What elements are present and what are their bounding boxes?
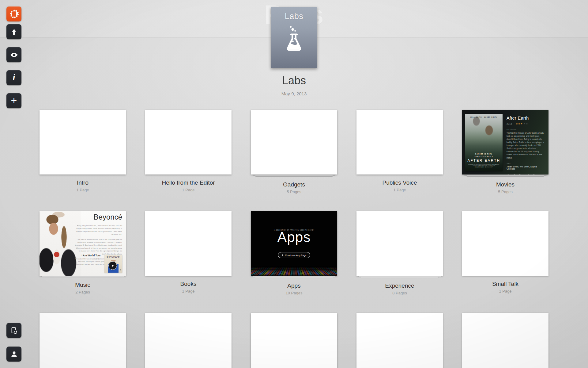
opinion-text: The first few minutes of 'After Earth' a… xyxy=(507,132,545,159)
play-button[interactable]: ▶ xyxy=(108,261,117,270)
section-card-books: Books 1 Page xyxy=(145,211,232,295)
section-thumbnail-experience[interactable] xyxy=(356,211,443,276)
section-title: Small Talk xyxy=(462,281,548,287)
section-thumbnail-books[interactable] xyxy=(145,211,232,276)
prss-library-screen: Prss i + xyxy=(0,0,588,368)
section-page-count: 1 Page xyxy=(462,289,548,293)
page-stack-edge xyxy=(255,175,333,176)
poster-release-date: 4 JUNI IN DE BIOSCOOP xyxy=(465,167,503,168)
section-title: Movies xyxy=(462,181,548,188)
page-stack-edge xyxy=(467,175,544,176)
section-title: Publics Voice xyxy=(356,179,443,186)
star-rating-filled: ★★★ xyxy=(516,122,523,125)
section-thumbnail-music[interactable]: Beyoncé Being a big Tarantino fan, I was… xyxy=(40,211,126,276)
publish-button[interactable] xyxy=(6,24,21,39)
sections-row-3 xyxy=(40,313,548,368)
star-rating-empty: ★★ xyxy=(523,122,528,125)
section-title: Intro xyxy=(40,179,126,186)
section-card-apps: A SELECTION OF APPS YOU NEED TO HAVE! Ap… xyxy=(251,211,337,295)
apple-icon xyxy=(119,266,121,272)
account-button[interactable] xyxy=(6,347,21,362)
preview-button[interactable] xyxy=(6,47,21,62)
publication-cover[interactable]: Labs xyxy=(271,7,317,68)
section-card xyxy=(40,313,126,368)
prss-logo-icon xyxy=(9,9,19,19)
section-page-count: 19 Pages xyxy=(251,291,337,295)
album-cover: BEYONCÉ ▶ xyxy=(104,255,122,273)
section-card-movies: WILL SMITH · JADEN SMITH DANGER IS REAL … xyxy=(462,110,548,194)
arrow-up-icon xyxy=(10,28,18,36)
device-sync-button[interactable] xyxy=(6,323,21,338)
movie-detail-panel: After Earth 2013 · ★★★ ★★ Our Opinion Th… xyxy=(507,116,545,174)
section-page-count: 1 Page xyxy=(40,188,126,192)
section-thumbnail[interactable] xyxy=(356,313,443,368)
opinion-label: Our Opinion xyxy=(507,128,545,130)
section-page-count: 2 Pages xyxy=(40,290,126,294)
section-page-count: 8 Pages xyxy=(356,291,443,295)
section-thumbnail-publics-voice[interactable] xyxy=(356,110,443,174)
cover-title: Labs xyxy=(271,12,317,21)
section-page-count: 5 Pages xyxy=(462,190,548,194)
section-thumbnail[interactable] xyxy=(40,313,126,368)
publication-title: Labs xyxy=(0,74,588,87)
section-page-count: 1 Page xyxy=(356,188,443,192)
device-sync-icon xyxy=(10,326,18,335)
app-icons-floor xyxy=(251,266,337,276)
section-thumbnail-intro[interactable] xyxy=(40,110,126,174)
section-thumbnail[interactable] xyxy=(462,313,548,368)
movie-meta: 2013 · ★★★ ★★ xyxy=(507,122,545,125)
play-icon: ▶ xyxy=(112,264,114,267)
section-page-count: 1 Page xyxy=(145,188,232,192)
section-title: Books xyxy=(145,281,232,287)
section-thumbnail-hello[interactable] xyxy=(145,110,232,174)
section-card-music: Beyoncé Being a big Tarantino fan, I was… xyxy=(40,211,126,295)
page-stack-edge xyxy=(42,276,124,277)
section-thumbnail-movies[interactable]: WILL SMITH · JADEN SMITH DANGER IS REAL … xyxy=(462,110,548,174)
prss-home-button[interactable] xyxy=(6,6,21,21)
eye-icon xyxy=(10,51,18,59)
music-page-title: Beyoncé xyxy=(94,213,122,221)
movie-year: 2013 xyxy=(507,122,512,125)
meta-separator: · xyxy=(514,123,514,125)
section-card-intro: Intro 1 Page xyxy=(40,110,126,194)
section-card-hello-from-the-editor: Hello from the Editor 1 Page xyxy=(145,110,232,194)
movie-title: After Earth xyxy=(507,116,545,121)
download-pill-button[interactable]: Download xyxy=(532,174,548,174)
publication-date: May 9, 2013 xyxy=(0,91,588,96)
section-title: Gadgets xyxy=(251,181,337,188)
section-thumbnail-small-talk[interactable] xyxy=(462,211,548,276)
movie-buttons: Info Trailer Download xyxy=(507,174,545,174)
section-card-small-talk: Small Talk 1 Page xyxy=(462,211,548,295)
trailer-pill-button[interactable]: Trailer xyxy=(518,174,530,174)
section-card xyxy=(145,313,232,368)
apple-icon xyxy=(282,254,284,257)
poster-credits: COLUMBIA PICTURES PRESENTS AN OVERBROOK … xyxy=(465,164,503,166)
plus-icon: + xyxy=(11,95,17,105)
album-title: BEYONCÉ xyxy=(104,256,122,259)
poster-tagline: DANGER IS REAL FEAR IS A CHOICE xyxy=(465,153,503,158)
section-card-gadgets: Gadgets 5 Pages xyxy=(251,110,337,194)
info-pill-button[interactable]: Info xyxy=(507,174,516,174)
section-card xyxy=(462,313,548,368)
cast-names: Jaden Smith, Will Smith, Sophie Okonedo xyxy=(507,166,545,170)
section-thumbnail-gadgets[interactable] xyxy=(251,110,337,174)
tour-caption-block: I Am World Tour prss the pod xyxy=(81,254,101,260)
section-page-count: 1 Page xyxy=(145,289,232,293)
section-thumbnail-apps[interactable]: A SELECTION OF APPS YOU NEED TO HAVE! Ap… xyxy=(251,211,337,276)
apps-page-title: Apps xyxy=(251,229,337,245)
section-thumbnail[interactable] xyxy=(145,313,232,368)
app-page-pill-button[interactable]: Check our App Page xyxy=(278,252,310,258)
page-stack-edge xyxy=(255,277,333,278)
section-card-experience: Experience 8 Pages xyxy=(356,211,443,295)
section-title: Hello from the Editor xyxy=(145,179,232,186)
section-thumbnail[interactable] xyxy=(251,313,337,368)
person-icon xyxy=(10,350,18,358)
cast-label: Stars xyxy=(507,163,545,164)
section-card-publics-voice: Publics Voice 1 Page xyxy=(356,110,443,194)
section-card xyxy=(356,313,443,368)
after-earth-poster: WILL SMITH · JADEN SMITH DANGER IS REAL … xyxy=(465,114,503,171)
poster-actor-names: WILL SMITH · JADEN SMITH xyxy=(465,117,503,118)
section-title: Experience xyxy=(356,282,443,289)
section-title: Apps xyxy=(251,282,337,289)
sections-row-2: Beyoncé Being a big Tarantino fan, I was… xyxy=(40,211,548,295)
